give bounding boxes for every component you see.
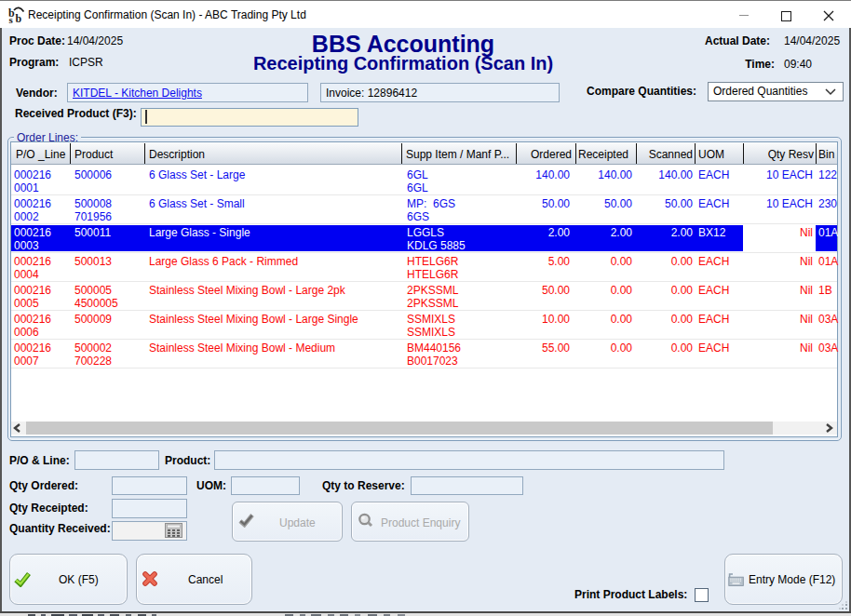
svg-text:b: b (16, 12, 22, 25)
svg-text:s: s (9, 14, 14, 24)
